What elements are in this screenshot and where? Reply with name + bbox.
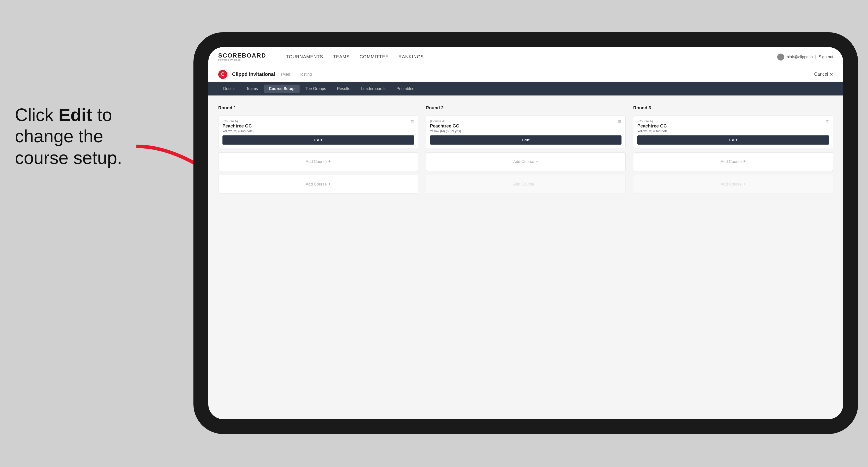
user-email: blair@clippd.io [787,55,813,59]
nav-committee[interactable]: COMMITTEE [360,54,389,60]
round-3-title: Round 3 [633,105,833,111]
tab-details[interactable]: Details [218,85,240,93]
content-area: Round 1 🗑 (Course A) Peachtree GC Yellow… [208,95,843,419]
sign-out-link[interactable]: Sign out [819,55,833,59]
round-2-add-plus-1-icon: + [536,159,538,164]
tablet-screen: SCOREBOARD Powered by clippd TOURNAMENTS… [208,47,843,419]
round-3-add-course-1[interactable]: Add Course + [633,152,833,171]
tab-printables[interactable]: Printables [392,85,419,93]
round-3-course-name: Peachtree GC [638,124,829,129]
round-2-add-course-1[interactable]: Add Course + [426,152,626,171]
instruction-bold: Edit [59,105,92,125]
round-2-course-details: Yellow (M) (6629 yds) [430,129,622,133]
tournament-title: Clippd Invitational [232,71,275,77]
round-3-add-plus-2-icon: + [743,182,746,187]
round-2-delete-button[interactable]: 🗑 [617,118,623,125]
main-nav: TOURNAMENTS TEAMS COMMITTEE RANKINGS [286,54,424,60]
round-2-add-course-2: Add Course + [426,175,626,193]
round-1-edit-button[interactable]: Edit [222,135,414,145]
round-3-course-details: Yellow (M) (6629 yds) [638,129,829,133]
round-1-course-details: Yellow (M) (6629 yds) [222,129,414,133]
page-wrapper: Click Edit to change the course setup. S… [0,0,868,467]
tab-leaderboards[interactable]: Leaderboards [356,85,391,93]
round-2-course-name: Peachtree GC [430,124,622,129]
round-2-course-label: (Course A) [430,119,622,123]
round-1-column: Round 1 🗑 (Course A) Peachtree GC Yellow… [218,105,418,193]
tab-results[interactable]: Results [332,85,355,93]
round-2-course-card: 🗑 (Course A) Peachtree GC Yellow (M) (66… [426,116,626,148]
round-3-add-plus-1-icon: + [743,159,746,164]
round-2-title: Round 2 [426,105,626,111]
cancel-icon: ✕ [830,72,833,77]
top-nav: SCOREBOARD Powered by clippd TOURNAMENTS… [208,47,843,67]
user-avatar-icon [777,54,784,61]
nav-rankings[interactable]: RANKINGS [399,54,424,60]
logo-subtitle: Powered by clippd [218,59,266,61]
round-1-add-course-2[interactable]: Add Course + [218,175,418,193]
tournament-status: Hosting [298,72,312,76]
nav-teams[interactable]: TEAMS [333,54,350,60]
round-1-course-label: (Course A) [222,119,414,123]
round-1-course-name: Peachtree GC [222,124,414,129]
scoreboard-logo: SCOREBOARD Powered by clippd [218,53,266,61]
add-course-1-plus-icon: + [328,159,331,164]
round-1-delete-button[interactable]: 🗑 [409,118,416,125]
round-3-delete-button[interactable]: 🗑 [824,118,831,125]
round-1-title: Round 1 [218,105,418,111]
add-course-2-plus-icon: + [328,182,331,187]
rounds-container: Round 1 🗑 (Course A) Peachtree GC Yellow… [218,105,833,193]
sub-nav: C Clippd Invitational (Men) Hosting Canc… [208,67,843,82]
nav-tournaments[interactable]: TOURNAMENTS [286,54,323,60]
tab-course-setup[interactable]: Course Setup [264,85,300,93]
tournament-gender: (Men) [281,72,291,76]
logo-title: SCOREBOARD [218,53,266,59]
round-2-column: Round 2 🗑 (Course A) Peachtree GC Yellow… [426,105,626,193]
tab-bar: Details Teams Course Setup Tee Groups Re… [208,82,843,95]
cancel-button[interactable]: Cancel ✕ [814,72,833,77]
round-3-course-card: 🗑 (Course A) Peachtree GC Yellow (M) (66… [633,116,833,148]
round-3-course-label: (Course A) [638,119,829,123]
round-1-add-course-1[interactable]: Add Course + [218,152,418,171]
round-3-edit-button[interactable]: Edit [638,135,829,145]
round-3-column: Round 3 🗑 (Course A) Peachtree GC Yellow… [633,105,833,193]
round-3-add-course-2: Add Course + [633,175,833,193]
tab-teams[interactable]: Teams [241,85,263,93]
round-2-add-plus-2-icon: + [536,182,538,187]
round-1-course-card: 🗑 (Course A) Peachtree GC Yellow (M) (66… [218,116,418,148]
round-2-edit-button[interactable]: Edit [430,135,622,145]
clippd-logo: C [218,70,227,79]
nav-separator: | [815,55,816,59]
top-nav-right: blair@clippd.io | Sign out [777,54,833,61]
tab-tee-groups[interactable]: Tee Groups [301,85,331,93]
tablet-device: SCOREBOARD Powered by clippd TOURNAMENTS… [193,32,858,434]
